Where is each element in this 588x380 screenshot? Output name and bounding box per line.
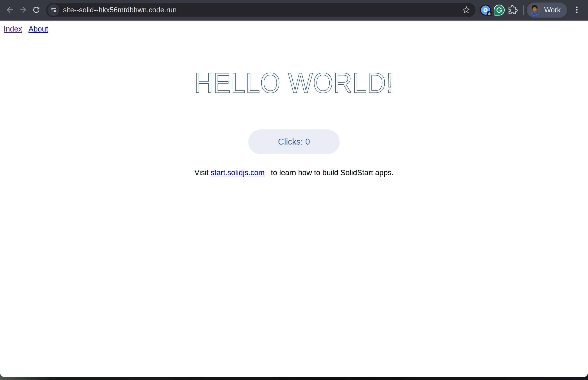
forward-button[interactable] <box>17 3 30 17</box>
browser-menu-button[interactable] <box>570 3 583 17</box>
page-title: Hello world! <box>0 66 588 100</box>
browser-toolbar: site--solid--hkx56mtdbhwn.code.run <box>0 0 588 20</box>
solidjs-link[interactable]: start.solidjs.com <box>211 168 265 177</box>
bookmark-star-button[interactable] <box>461 5 472 16</box>
extensions-button[interactable] <box>507 4 519 17</box>
page-content: Index About Hello world! Clicks: 0 Visit… <box>0 20 588 377</box>
onepassword-extension-button[interactable] <box>479 4 492 17</box>
toolbar-separator <box>523 5 524 15</box>
profile-chip[interactable]: Work <box>527 2 567 18</box>
info-line: Visit start.solidjs.com to learn how to … <box>0 168 588 177</box>
onepassword-extension-icon <box>480 5 491 16</box>
site-info-button[interactable] <box>47 4 59 16</box>
bookmark-star-icon <box>462 5 471 15</box>
address-bar[interactable]: site--solid--hkx56mtdbhwn.code.run <box>46 3 476 17</box>
info-suffix: to learn how to build SolidStart apps. <box>265 168 394 177</box>
site-info-tune-icon <box>50 6 57 14</box>
nav-link-index[interactable]: Index <box>4 25 22 33</box>
hero-section: Hello world! Clicks: 0 Visit start.solid… <box>0 66 588 177</box>
site-nav: Index About <box>0 20 588 33</box>
back-icon <box>5 5 14 15</box>
browser-window: site--solid--hkx56mtdbhwn.code.run <box>0 0 588 377</box>
clicks-counter-button[interactable]: Clicks: 0 <box>248 130 340 154</box>
extensions-puzzle-icon <box>508 5 518 15</box>
grammarly-extension-button[interactable] <box>493 4 506 17</box>
reload-button[interactable] <box>30 3 43 17</box>
reload-icon <box>32 5 41 15</box>
kebab-menu-icon <box>572 5 581 15</box>
back-button[interactable] <box>3 3 17 17</box>
grammarly-extension-icon <box>494 5 505 16</box>
lock-icon <box>487 11 492 16</box>
profile-name: Work <box>544 6 561 14</box>
info-prefix: Visit <box>194 168 211 177</box>
nav-link-about[interactable]: About <box>29 25 48 33</box>
url-text[interactable]: site--solid--hkx56mtdbhwn.code.run <box>63 6 461 14</box>
profile-avatar <box>529 4 541 16</box>
forward-icon <box>18 5 28 15</box>
